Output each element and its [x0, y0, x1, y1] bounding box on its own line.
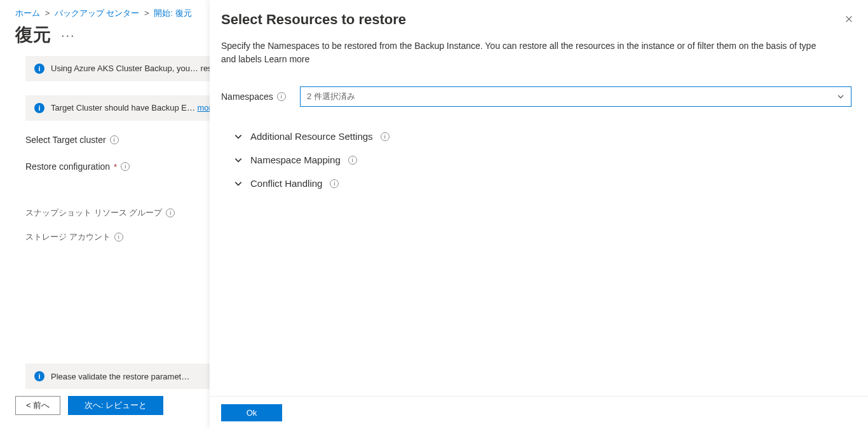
breadcrumb-sep: > [144, 8, 149, 18]
blade-footer: Ok [210, 396, 868, 429]
prev-button[interactable]: < 前へ [15, 396, 60, 415]
chevron-down-icon [234, 179, 243, 188]
info-icon: i [34, 103, 44, 113]
label-storage-account: ストレージ アカウント [25, 231, 111, 243]
close-icon[interactable] [841, 11, 857, 27]
accordion-namespace-mapping[interactable]: Namespace Mapping i [221, 148, 857, 172]
wizard-footer: < 前へ 次へ: レビューと [15, 396, 163, 415]
help-icon[interactable]: i [166, 208, 175, 217]
chevron-down-icon [837, 93, 844, 100]
accordion-label: Namespace Mapping [250, 154, 341, 165]
help-icon[interactable]: i [114, 233, 123, 242]
validate-text: Please validate the restore paramet… [51, 372, 189, 381]
accordion-additional-resource-settings[interactable]: Additional Resource Settings i [221, 125, 857, 148]
blade-description: Specify the Namespaces to be restored fr… [221, 39, 831, 66]
label-snapshot-resource-group: スナップショット リソース グループ [25, 207, 162, 219]
info-icon: i [34, 371, 44, 381]
breadcrumb-home[interactable]: ホーム [15, 8, 40, 18]
breadcrumb-backup-center[interactable]: バックアップ センター [55, 8, 140, 18]
required-asterisk: * [114, 162, 117, 172]
accordion-label: Additional Resource Settings [250, 131, 373, 142]
label-restore-configuration: Restore configuration [25, 161, 110, 172]
chevron-down-icon [234, 156, 243, 165]
help-icon[interactable]: i [381, 132, 390, 141]
help-icon[interactable]: i [121, 162, 130, 171]
namespaces-dropdown[interactable]: 2 件選択済み [300, 86, 851, 107]
info-icon: i [34, 64, 44, 74]
help-icon[interactable]: i [277, 92, 286, 101]
label-select-target-cluster: Select Target cluster [25, 135, 106, 145]
help-icon[interactable]: i [330, 179, 339, 188]
label-namespaces: Namespaces [221, 92, 273, 102]
select-resources-blade: Select Resources to restore Specify the … [210, 0, 868, 429]
breadcrumb-sep: > [45, 8, 50, 18]
breadcrumb-start-restore[interactable]: 開始: 復元 [154, 8, 191, 18]
accordion-conflict-handling[interactable]: Conflict Handling i [221, 172, 857, 195]
more-actions-icon[interactable]: ··· [61, 29, 76, 41]
info-text: Target Cluster should have Backup E… mor… [51, 103, 216, 112]
ok-button[interactable]: Ok [221, 404, 282, 421]
page-title: 復元 [15, 23, 51, 47]
chevron-down-icon [234, 132, 243, 141]
next-button[interactable]: 次へ: レビューと [68, 396, 163, 415]
blade-title: Select Resources to restore [221, 11, 406, 28]
help-icon[interactable]: i [348, 156, 357, 165]
help-icon[interactable]: i [110, 135, 119, 144]
namespaces-selected-value: 2 件選択済み [307, 91, 355, 102]
accordion-label: Conflict Handling [250, 178, 322, 189]
